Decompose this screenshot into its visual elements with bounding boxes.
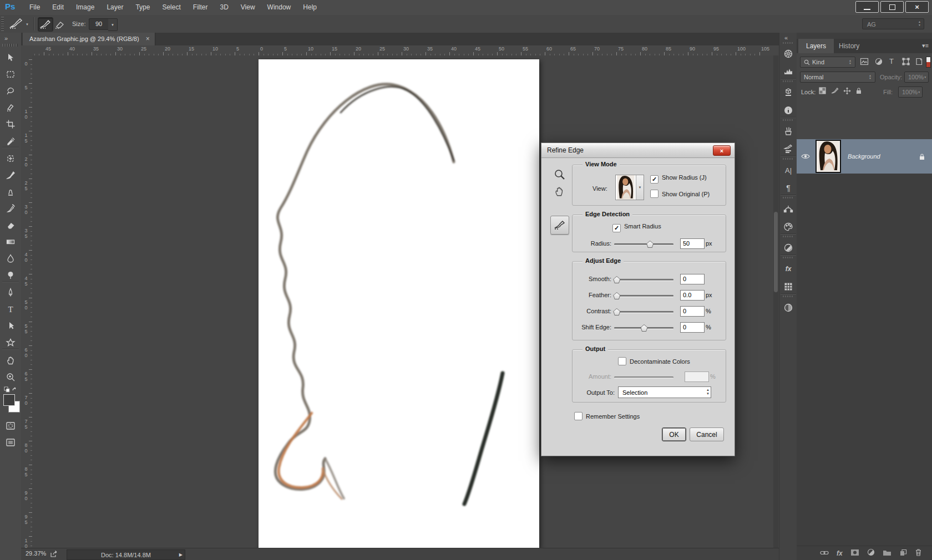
filter-adjustment-layers-icon[interactable] xyxy=(875,58,883,65)
lock-image-icon[interactable] xyxy=(831,87,839,94)
link-layers-icon[interactable] xyxy=(820,548,829,558)
custom-shape-tool[interactable] xyxy=(0,335,21,350)
view-mode-thumbnail[interactable]: ▼ xyxy=(615,175,644,200)
histogram-panel-icon[interactable] xyxy=(779,64,797,79)
add-layer-mask-icon[interactable] xyxy=(850,548,859,558)
layer-visibility-eye-icon[interactable] xyxy=(801,153,810,160)
pen-tool[interactable] xyxy=(0,286,21,300)
smooth-slider[interactable] xyxy=(614,275,673,284)
opacity-dropdown[interactable]: 100% ▼ xyxy=(904,72,929,83)
toolstrip-grip[interactable] xyxy=(2,44,18,47)
move-tool[interactable] xyxy=(0,50,21,65)
eyedropper-tool[interactable] xyxy=(0,134,21,148)
dodge-tool[interactable] xyxy=(0,268,21,282)
paths-panel-icon[interactable] xyxy=(779,201,797,217)
feather-value[interactable]: 0.0 xyxy=(680,290,705,301)
paragraph-panel-icon[interactable]: ¶ xyxy=(779,180,797,196)
dialog-title-bar[interactable]: Refine Edge × xyxy=(541,143,735,158)
new-adjustment-layer-icon[interactable] xyxy=(867,548,875,558)
expand-area-brush-button[interactable] xyxy=(38,17,53,32)
crop-tool[interactable] xyxy=(0,117,21,131)
type-tool[interactable]: T xyxy=(0,302,21,317)
screen-mode-button[interactable] xyxy=(0,435,21,450)
dock-grip[interactable] xyxy=(783,80,794,82)
menu-3d[interactable]: 3D xyxy=(214,0,234,15)
delete-layer-trash-icon[interactable] xyxy=(915,548,922,558)
dock-grip[interactable] xyxy=(783,158,794,160)
share-icon[interactable] xyxy=(50,550,59,560)
contrast-slider-thumb[interactable] xyxy=(613,308,620,315)
channels-panel-icon[interactable] xyxy=(779,279,797,294)
brush-size-value[interactable]: 90 xyxy=(89,18,109,30)
lasso-tool[interactable] xyxy=(0,84,21,98)
zoom-level-field[interactable]: 29.37% xyxy=(26,550,46,557)
status-menu-arrow-icon[interactable]: ▶ xyxy=(179,552,183,557)
scrollbar-thumb[interactable] xyxy=(774,212,778,292)
contrast-value[interactable]: 0 xyxy=(680,306,705,317)
menu-layer[interactable]: Layer xyxy=(100,0,129,15)
tab-close-icon[interactable]: × xyxy=(146,33,150,45)
smooth-slider-thumb[interactable] xyxy=(613,276,620,283)
gradient-tool[interactable] xyxy=(0,235,21,249)
minimize-button[interactable] xyxy=(855,1,879,13)
filter-kind-dropdown[interactable]: Kind ▲▼ xyxy=(800,57,855,68)
dialog-zoom-tool-icon[interactable] xyxy=(554,169,566,182)
cancel-button[interactable]: Cancel xyxy=(690,427,724,441)
quick-selection-tool[interactable] xyxy=(0,100,21,115)
tool-presets-panel-icon[interactable] xyxy=(779,141,797,157)
view-dropdown-arrow[interactable]: ▼ xyxy=(636,175,644,200)
navigator-panel-icon[interactable] xyxy=(779,46,797,62)
lock-transparency-icon[interactable] xyxy=(819,87,826,94)
masks-panel-icon[interactable] xyxy=(779,300,797,315)
document-tab[interactable]: Azarshan Graphic.jpg @ 29.4% (RGB/8) × xyxy=(23,33,155,45)
menu-window[interactable]: Window xyxy=(261,0,297,15)
layer-thumbnail[interactable] xyxy=(816,140,841,173)
clone-stamp-tool[interactable] xyxy=(0,185,21,199)
filter-type-layers-icon[interactable]: T xyxy=(889,57,894,65)
default-colors-icon[interactable] xyxy=(0,385,21,394)
dock-grip[interactable] xyxy=(783,296,794,297)
ruler-corner[interactable] xyxy=(21,45,33,56)
dock-grip[interactable] xyxy=(783,197,794,198)
contrast-slider[interactable] xyxy=(614,307,673,316)
layer-name[interactable]: Background xyxy=(848,153,880,160)
path-selection-tool[interactable] xyxy=(0,319,21,333)
tool-dropdown-arrow[interactable]: ▼ xyxy=(26,23,29,26)
blend-mode-dropdown[interactable]: Normal ▲▼ xyxy=(800,72,875,83)
shift-edge-slider-thumb[interactable] xyxy=(641,324,648,332)
document-canvas[interactable] xyxy=(259,59,539,548)
close-button[interactable]: × xyxy=(905,1,929,13)
fill-dropdown[interactable]: 100% ▼ xyxy=(898,86,923,98)
blur-tool[interactable] xyxy=(0,251,21,266)
adjustments-panel-icon[interactable] xyxy=(779,240,797,256)
toolstrip-collapse-icon[interactable]: » xyxy=(4,35,7,42)
color-panel-icon[interactable] xyxy=(779,219,797,235)
brush-panel-icon[interactable] xyxy=(779,124,797,139)
dialog-hand-tool-icon[interactable] xyxy=(554,185,565,198)
ok-button[interactable]: OK xyxy=(662,427,686,441)
character-panel-icon[interactable]: A| xyxy=(779,162,797,178)
filter-pixel-layers-icon[interactable] xyxy=(860,58,869,65)
rectangular-marquee-tool[interactable] xyxy=(0,67,21,82)
refine-radius-tool-icon[interactable] xyxy=(9,17,26,30)
dock-grip[interactable] xyxy=(783,236,794,237)
vertical-scrollbar[interactable] xyxy=(773,55,778,548)
smooth-value[interactable]: 0 xyxy=(680,274,705,284)
dock-collapse-icon[interactable]: « xyxy=(784,34,787,41)
brush-tool[interactable] xyxy=(0,168,21,182)
contrast-slider-groove[interactable] xyxy=(614,311,673,313)
lock-position-icon[interactable] xyxy=(843,87,851,95)
menu-filter[interactable]: Filter xyxy=(187,0,214,15)
spot-healing-brush-tool[interactable] xyxy=(0,151,21,166)
zoom-tool[interactable] xyxy=(0,370,21,384)
eraser-tool[interactable] xyxy=(0,218,21,232)
properties-panel-icon[interactable] xyxy=(779,85,797,100)
dock-grip[interactable] xyxy=(783,42,794,44)
dock-grip[interactable] xyxy=(783,257,794,258)
remember-settings-checkbox[interactable] xyxy=(574,412,582,420)
lock-all-icon[interactable] xyxy=(855,87,862,94)
erase-refinements-brush-button[interactable] xyxy=(53,17,68,30)
quick-mask-button[interactable] xyxy=(0,419,21,433)
menu-image[interactable]: Image xyxy=(70,0,100,15)
workspace-selector[interactable]: AG ▲▼ xyxy=(862,18,924,29)
